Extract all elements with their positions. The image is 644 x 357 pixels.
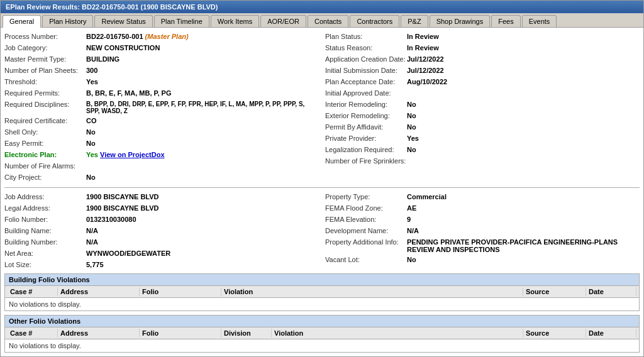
net-area-label: Net Area: <box>4 250 86 257</box>
address-right-column: Property Type: Commercial FEMA Flood Zon… <box>325 192 640 271</box>
process-number-value: BD22-016750-001 <box>86 33 143 40</box>
process-number-row: Process Number: BD22-016750-001 (Master … <box>4 31 319 43</box>
required-permits-row: Required Permits: B, BR, E, F, MA, MB, P… <box>4 88 319 99</box>
initial-submission-value: Jul/12/2022 <box>407 67 444 74</box>
electronic-plan-row: Electronic Plan: Yes View on ProjectDox <box>4 150 319 161</box>
vacant-lot-row: Vacant Lot: No <box>325 255 640 266</box>
master-permit-row: Master Permit Type: BUILDING <box>4 54 319 65</box>
tab-plan-history[interactable]: Plan History <box>42 15 93 27</box>
building-folio-col-case: Case # <box>8 287 58 296</box>
process-number-label: Process Number: <box>4 33 86 40</box>
building-number-value: N/A <box>86 238 98 246</box>
fema-elevation-row: FEMA Elevation: 9 <box>325 214 640 226</box>
building-folio-violations-table: Building Folio Violations Case # Address… <box>4 273 640 311</box>
legal-address-label: Legal Address: <box>4 204 86 212</box>
main-content: Process Number: BD22-016750-001 (Master … <box>1 28 643 356</box>
property-additional-label: Property Additional Info: <box>325 238 407 246</box>
tab-contacts[interactable]: Contacts <box>308 15 348 27</box>
tab-events[interactable]: Events <box>522 15 557 27</box>
other-folio-col-date: Date <box>586 329 636 338</box>
num-fire-alarms-label: Number of Fire Alarms: <box>4 162 86 170</box>
status-reason-row: Status Reason: In Review <box>325 43 640 54</box>
top-info-grid: Process Number: BD22-016750-001 (Master … <box>4 31 640 184</box>
plan-acceptance-label: Plan Acceptance Date: <box>325 78 407 85</box>
other-folio-columns: Case # Address Folio Division Violation … <box>5 327 639 339</box>
status-reason-label: Status Reason: <box>325 44 407 52</box>
electronic-plan-value: Yes <box>86 151 98 158</box>
property-type-label: Property Type: <box>325 193 407 200</box>
other-folio-violations-table: Other Folio Violations Case # Address Fo… <box>4 315 640 353</box>
other-folio-col-case: Case # <box>8 329 58 338</box>
required-disciplines-label: Required Disciplines: <box>4 101 86 108</box>
window-title-bar: EPlan Review Results: BD22-016750-001 (1… <box>1 1 643 13</box>
required-permits-value: B, BR, E, F, MA, MB, P, PG <box>86 89 171 97</box>
electronic-plan-link[interactable]: View on ProjectDox <box>100 151 165 158</box>
app-creation-label: Application Creation Date: <box>325 55 407 63</box>
fema-elevation-label: FEMA Elevation: <box>325 216 407 223</box>
job-address-row: Job Address: 1900 BISCAYNE BLVD <box>4 192 319 203</box>
city-project-value: No <box>86 173 96 181</box>
building-folio-col-source: Source <box>523 287 586 296</box>
legal-address-row: Legal Address: 1900 BISCAYNE BLVD <box>4 203 319 214</box>
building-folio-header: Building Folio Violations <box>5 274 639 286</box>
electronic-plan-label: Electronic Plan: <box>4 151 86 158</box>
city-project-row: City Project: No <box>4 172 319 184</box>
initial-submission-row: Initial Submission Date: Jul/12/2022 <box>325 65 640 77</box>
initial-approved-label: Initial Approved Date: <box>325 89 407 97</box>
required-cert-value: CO <box>86 117 97 124</box>
plan-status-row: Plan Status: In Review <box>325 31 640 43</box>
interior-remodeling-row: Interior Remodeling: No <box>325 99 640 111</box>
num-plan-sheets-value: 300 <box>86 67 97 74</box>
tab-aor-eor[interactable]: AOR/EOR <box>260 15 306 27</box>
legalization-value: No <box>407 146 416 153</box>
interior-remodeling-label: Interior Remodeling: <box>325 101 407 108</box>
tab-shop-drawings[interactable]: Shop Drawings <box>430 15 491 27</box>
job-address-value: 1900 BISCAYNE BLVD <box>86 193 159 200</box>
fema-elevation-value: 9 <box>407 216 411 223</box>
tab-review-status[interactable]: Review Status <box>94 15 152 27</box>
tab-contractors[interactable]: Contractors <box>350 15 399 27</box>
initial-approved-row: Initial Approved Date: <box>325 88 640 99</box>
legal-address-value: 1900 BISCAYNE BLVD <box>86 204 159 212</box>
tab-work-items[interactable]: Work Items <box>211 15 259 27</box>
building-name-value: N/A <box>86 227 98 234</box>
tab-plan-timeline[interactable]: Plan Timeline <box>154 15 209 27</box>
address-left-column: Job Address: 1900 BISCAYNE BLVD Legal Ad… <box>4 192 319 271</box>
folio-number-value: 0132310030080 <box>86 216 136 223</box>
fema-flood-label: FEMA Flood Zone: <box>325 204 407 212</box>
private-provider-value: Yes <box>407 135 419 142</box>
required-cert-row: Required Certificate: CO <box>4 116 319 127</box>
other-folio-col-address: Address <box>58 329 140 338</box>
required-disciplines-value: B, BPP, D, DRI, DRP, E, EPP, F, FP, FPR,… <box>86 101 319 114</box>
section-separator-1 <box>4 187 640 188</box>
tab-bar: General Plan History Review Status Plan … <box>1 13 643 28</box>
building-name-row: Building Name: N/A <box>4 226 319 237</box>
exterior-remodeling-label: Exterior Remodeling: <box>325 112 407 119</box>
net-area-value: WYNWOOD/EDGEWATER <box>86 250 170 257</box>
legalization-row: Legalization Required: No <box>325 145 640 156</box>
building-folio-col-date: Date <box>586 287 636 296</box>
property-type-value: Commercial <box>407 193 447 200</box>
process-number-tag: (Master Plan) <box>145 33 189 40</box>
threshold-row: Threshold: Yes <box>4 77 319 88</box>
tab-fees[interactable]: Fees <box>491 15 520 27</box>
fema-flood-row: FEMA Flood Zone: AE <box>325 203 640 214</box>
building-number-row: Building Number: N/A <box>4 237 319 248</box>
tab-general[interactable]: General <box>3 15 41 28</box>
property-additional-row: Property Additional Info: PENDING PRIVAT… <box>325 237 640 255</box>
status-reason-value: In Review <box>407 44 439 52</box>
plan-status-label: Plan Status: <box>325 33 407 40</box>
tab-pz[interactable]: P&Z <box>401 15 428 27</box>
building-folio-columns: Case # Address Folio Violation Source Da… <box>5 286 639 298</box>
other-folio-col-folio: Folio <box>140 329 221 338</box>
development-name-row: Development Name: N/A <box>325 226 640 237</box>
shell-only-label: Shell Only: <box>4 128 86 136</box>
vacant-lot-label: Vacant Lot: <box>325 256 407 263</box>
shell-only-row: Shell Only: No <box>4 127 319 138</box>
lot-size-value: 5,775 <box>86 261 104 268</box>
plan-acceptance-value: Aug/10/2022 <box>407 78 447 85</box>
building-folio-col-address: Address <box>58 287 140 296</box>
folio-number-row: Folio Number: 0132310030080 <box>4 214 319 226</box>
required-cert-label: Required Certificate: <box>4 117 86 124</box>
property-additional-value: PENDING PRIVATE PROVIDER-PACIFICA ENGINE… <box>407 238 640 253</box>
